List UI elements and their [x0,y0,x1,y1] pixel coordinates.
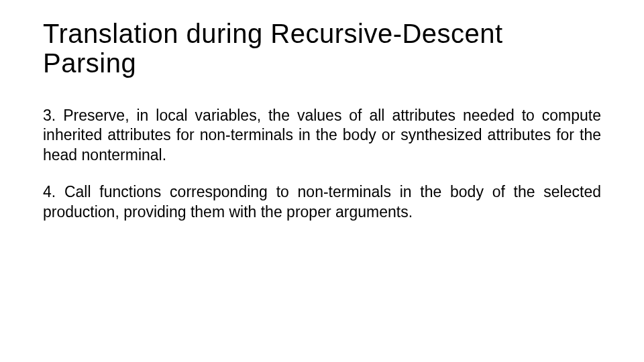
page-title: Translation during Recursive-Descent Par… [43,19,601,78]
body-text: 3. Preserve, in local variables, the val… [43,106,601,222]
list-item: 3. Preserve, in local variables, the val… [43,106,601,165]
list-item: 4. Call functions corresponding to non-t… [43,182,601,222]
slide: Translation during Recursive-Descent Par… [0,0,644,362]
